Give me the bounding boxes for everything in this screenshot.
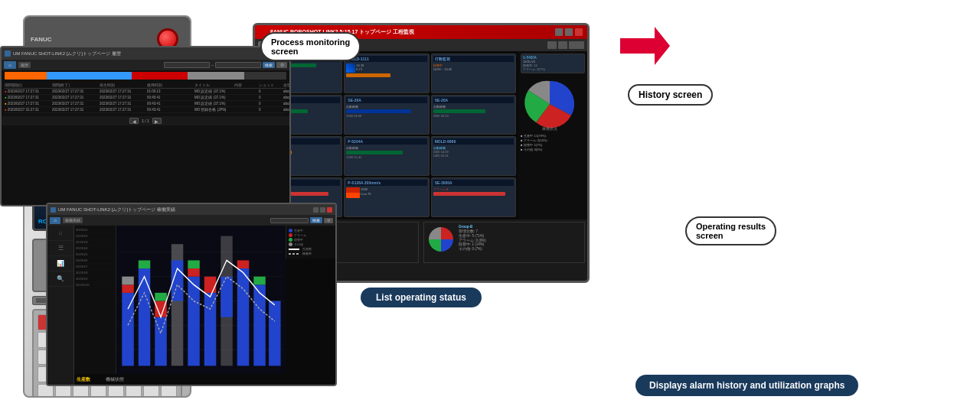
- history-screen-label: History screen: [628, 84, 713, 106]
- mold-cell-2: MOLD-1111 14.190.71: [344, 54, 429, 93]
- hist-date-input-end[interactable]: [215, 62, 261, 68]
- toolbar-search[interactable]: [569, 41, 584, 49]
- svg-rect-30: [269, 301, 280, 366]
- legend-utilization: 稼働率: [289, 252, 333, 255]
- operating-title-text: UM FANUC SHOT-LINK2 [ムクリ]トップページ 稼働実績: [58, 206, 175, 213]
- group-b-info: Group-B 管理台数: 7 生産中: 5 (71%) アラーム: 0 (0%…: [459, 225, 582, 252]
- legend-other: その他: [289, 242, 333, 246]
- op-max-btn[interactable]: [320, 207, 325, 213]
- col-occur: 発生時刻: [100, 83, 145, 87]
- op-icon-chart[interactable]: 📊: [47, 256, 74, 271]
- group-b-box: Group-B 管理台数: 7 生産中: 5 (71%) アラーム: 0 (0%…: [423, 222, 585, 263]
- right-panel: U-5400A 1200+V5 稼働率: 14 アラーム: 3(7%) 稼働状況: [518, 51, 587, 219]
- maximize-button[interactable]: [565, 28, 573, 36]
- col-shot: ショット: [259, 83, 282, 87]
- svg-rect-10: [122, 284, 133, 293]
- col-operator: 金型ファイル名称: [283, 83, 291, 87]
- hist-gear-icon[interactable]: ⚙: [276, 62, 287, 68]
- history-titlebar: UM FANUC SHOT-LINK2 [ムクリ]トップページ 履歴: [2, 47, 289, 60]
- group-b-pie: [426, 225, 456, 254]
- op-date-input[interactable]: [270, 218, 309, 223]
- mold-cell-5: SE-20A 自動稼働 2200 34.09: [344, 95, 429, 135]
- col-return: 復帰時刻: [147, 83, 193, 87]
- table-row: 2023/02/27 17:27:31 2023/02/27 17:27:31 …: [5, 101, 286, 107]
- svg-rect-29: [253, 277, 265, 285]
- minimize-button[interactable]: [555, 28, 563, 36]
- table-row: 2023/02/27 31:27:31 2023/02/27 17:27:31 …: [5, 107, 286, 113]
- svg-rect-27: [237, 260, 249, 268]
- svg-rect-20: [188, 268, 199, 277]
- history-toolbar: ⌂ 履歴 ~ 検索 ⚙: [2, 60, 289, 70]
- op-tab-active[interactable]: 稼働実績: [63, 217, 83, 223]
- mold-cell-11: P-S126A 200mm/s 2000Line 76: [344, 177, 429, 217]
- col-end: 期間(終了): [52, 83, 98, 87]
- history-screen: UM FANUC SHOT-LINK2 [ムクリ]トップページ 履歴 ⌂ 履歴 …: [0, 46, 291, 206]
- op-legend-panel: 生産中 アラーム 段替中 その他 生産数 稼働率: [286, 226, 335, 258]
- legend-dot-alarm: [289, 233, 292, 237]
- svg-rect-13: [139, 260, 150, 268]
- col-content: 内容: [234, 83, 257, 87]
- hist-home-icon[interactable]: ⌂: [4, 61, 16, 69]
- op-left-panel: ⌂ ☰ 📊 🔍: [47, 226, 74, 386]
- legend-line-utilization: [289, 253, 299, 255]
- hist-tab-active[interactable]: 履歴: [18, 62, 31, 68]
- table-row: 2023/02/27 17:27:31 2023/02/27 17:27:31 …: [5, 95, 286, 101]
- toolbar-icon-2[interactable]: [558, 41, 567, 49]
- svg-rect-16: [155, 293, 166, 301]
- fanuc-logo-icon: [260, 29, 266, 35]
- table-row: 2023/02/27 17:27:31 2023/02/27 17:27:31 …: [5, 89, 286, 95]
- col-start: 期間(開始): [5, 83, 51, 87]
- mold-cell-12: SE-3000A アラーム A: [431, 177, 516, 217]
- displays-alarm-label-container: Displays alarm history and utilization g…: [635, 375, 858, 396]
- pie-chart: 稼働状況: [521, 75, 582, 132]
- svg-rect-12: [139, 268, 150, 366]
- legend-production: 生産中: [289, 229, 333, 232]
- hist-search-button[interactable]: 検索: [263, 62, 275, 68]
- svg-rect-11: [122, 277, 133, 285]
- x-label-production: 生産数: [77, 376, 90, 383]
- op-icon-list[interactable]: ☰: [47, 241, 74, 256]
- op-bar-chart: [116, 226, 286, 374]
- history-table-header: 期間(開始) 期間(終了) 発生時刻 復帰時刻 タイトル 内容 ショット 金型フ…: [5, 83, 286, 89]
- svg-rect-23: [204, 277, 216, 293]
- large-red-arrow-icon: [612, 23, 674, 87]
- hist-logo-icon: [5, 50, 11, 57]
- op-icon-search[interactable]: 🔍: [47, 271, 74, 287]
- op-icon-home[interactable]: ⌂: [47, 226, 74, 241]
- legend-changeover: 段替中: [289, 238, 333, 242]
- svg-text:稼働状況: 稼働状況: [542, 126, 557, 131]
- operating-results-label: Operating results screen: [685, 216, 776, 245]
- svg-rect-26: [237, 268, 249, 366]
- operating-titlebar: UM FANUC SHOT-LINK2 [ムクリ]トップページ 稼働実績: [47, 204, 335, 215]
- op-search-btn[interactable]: 検索: [310, 217, 322, 223]
- svg-rect-21: [188, 260, 199, 268]
- toolbar-icon-1[interactable]: [547, 41, 557, 49]
- history-title-text: UM FANUC SHOT-LINK2 [ムクリ]トップページ 履歴: [13, 50, 121, 57]
- op-chart-svg: [119, 228, 283, 374]
- legend-dot-other: [289, 242, 292, 246]
- page-next-btn[interactable]: ▶: [152, 118, 162, 124]
- legend-dot-changeover: [289, 238, 292, 242]
- page-prev-btn[interactable]: ◀: [129, 118, 139, 124]
- close-button[interactable]: [575, 28, 583, 36]
- hist-date-input-start[interactable]: [164, 62, 210, 68]
- legend-count: 生産数: [289, 247, 333, 251]
- mold-cell-9: MOLD-9999 自動稼働 2200 14.091400 45.01: [431, 136, 516, 176]
- legend-dot-production: [289, 229, 292, 232]
- legend-line-count: [289, 249, 299, 250]
- svg-rect-19: [188, 277, 199, 366]
- x-label-machine: 機械状態: [106, 376, 124, 383]
- machine-brand-label: FANUC: [31, 36, 52, 43]
- op-chart-container: 2023/1/1 2023/1/2 2023/1/3 2023/1/4 2023…: [74, 226, 286, 385]
- op-close-btn[interactable]: [327, 207, 332, 213]
- mold-cell-3: 打数監視 段替中 14:00 ~ 14:45: [431, 54, 516, 93]
- displays-alarm-label: Displays alarm history and utilization g…: [635, 375, 858, 396]
- mold-grid: MOLD-7777 生産中 2000 / 0.79% MOLD-1111 14.…: [255, 51, 518, 219]
- op-settings-icon[interactable]: ⚙: [324, 218, 333, 223]
- svg-rect-9: [122, 293, 133, 366]
- operating-results-screen: UM FANUC SHOT-LINK2 [ムクリ]トップページ 稼働実績 ⌂ 稼…: [46, 203, 337, 386]
- op-min-btn[interactable]: [313, 207, 318, 213]
- op-home-icon[interactable]: ⌂: [50, 217, 60, 224]
- mold-cell-8: P-5204A 自動稼働 1500 15.41: [344, 136, 429, 176]
- history-table: 期間(開始) 期間(終了) 発生時刻 復帰時刻 タイトル 内容 ショット 金型フ…: [2, 81, 289, 115]
